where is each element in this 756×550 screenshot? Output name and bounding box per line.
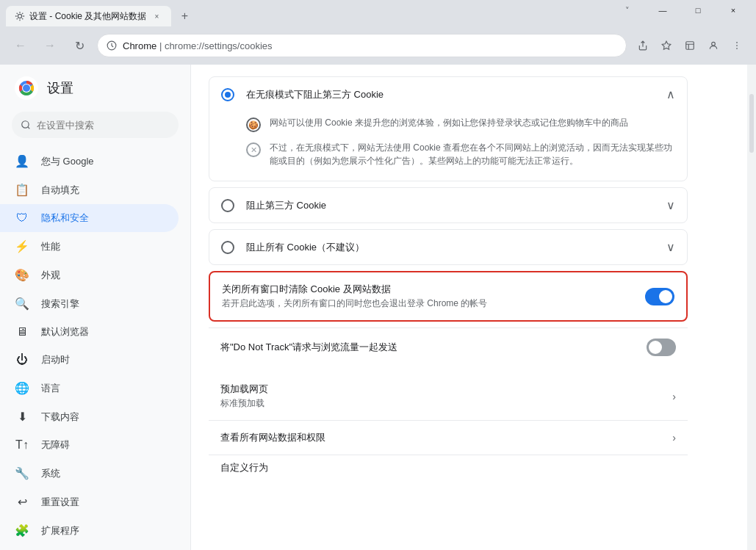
window-close-button[interactable]: × [716,0,750,22]
omnibox[interactable]: Chrome | chrome://settings/cookies [97,34,627,57]
toggle-knob-clear_on_close [659,290,672,303]
svg-point-3 [712,42,716,46]
radio-chevron-up: ∧ [666,87,675,101]
link-row-site_data[interactable]: 查看所有网站数据和权限 › [209,421,688,455]
sidebar-item-accessibility[interactable]: T↑ 无障碍 [0,431,179,459]
sidebar-label-search: 搜索引擎 [41,297,79,311]
sidebar-item-system[interactable]: 🔧 系统 [0,459,179,488]
url-site: Chrome [123,40,156,51]
new-tab-button[interactable]: + [174,6,195,26]
scrollbar[interactable] [747,65,756,550]
sub-item: ✕ 不过，在无痕模式下，网站无法使用 Cookie 查看您在各个不同网站上的浏览… [246,137,675,172]
radio-chevron-down: ∨ [666,198,675,212]
sub-text: 不过，在无痕模式下，网站无法使用 Cookie 查看您在各个不同网站上的浏览活动… [270,141,675,167]
sidebar-item-browser[interactable]: 🖥 默认浏览器 [0,318,179,346]
radio-dot-block_third_party [221,199,234,212]
active-tab[interactable]: 设置 - Cookie 及其他网站数据 × [6,6,171,26]
link-title-site_data: 查看所有网站数据和权限 [220,431,660,444]
sidebar-label-system: 系统 [41,467,60,480]
radio-fill [225,92,231,98]
svg-point-10 [23,84,30,92]
url-path: chrome://settings/cookies [165,40,273,51]
reading-list-button[interactable] [680,35,700,56]
section-title: 自定义行为 [209,455,688,480]
window-maximize-button[interactable]: □ [681,0,715,22]
sidebar-label-reset: 重置设置 [41,496,79,509]
sidebar-nav: 👤 您与 Google 📋 自动填充 🛡 隐私和安全 ⚡ 性能 🎨 外观 🔍 搜… [0,147,190,545]
radio-chevron-down: ∨ [666,240,675,254]
sidebar-label-language: 语言 [41,382,60,395]
sidebar-item-appearance[interactable]: 🎨 外观 [0,261,179,289]
search-box[interactable] [12,112,179,138]
sidebar-label-accessibility: 无障碍 [41,438,70,452]
share-button[interactable] [633,35,653,56]
scroll-thumb[interactable] [749,94,754,153]
sidebar-icon-google: 👤 [15,154,29,168]
sidebar-label-autofill: 自动填充 [41,184,79,197]
chrome-logo [15,76,38,100]
settings-header: 设置 [0,65,190,112]
more-menu-button[interactable] [727,35,747,56]
window-minimize-button[interactable]: — [646,0,680,22]
tab-area: 设置 - Cookie 及其他网站数据 × + [6,0,611,26]
radio-header-block_all[interactable]: 阻止所有 Cookie（不建议） ∨ [209,229,688,265]
radio-header-block_third_party[interactable]: 阻止第三方 Cookie ∨ [209,187,688,223]
link-arrow-site_data: › [672,432,676,444]
reload-button[interactable]: ↻ [68,34,91,57]
sub-text: 网站可以使用 Cookie 来提升您的浏览体验，例如让您保持登录状态或记住您购物… [270,116,628,129]
radio-option-block_all[interactable]: 阻止所有 Cookie（不建议） ∨ [209,229,688,265]
bookmark-button[interactable] [656,35,677,56]
url-separator: | [159,40,165,51]
search-icon [21,120,31,130]
sidebar-item-extensions[interactable]: 🧩 扩展程序 [0,516,179,545]
sidebar-icon-browser: 🖥 [15,325,29,339]
search-input[interactable] [37,120,170,131]
sidebar-icon-system: 🔧 [15,466,29,480]
toggle-title-do_not_track: 将"Do Not Track"请求与浏览流量一起发送 [220,341,635,354]
tab-close-button[interactable]: × [151,10,162,22]
sidebar-item-performance[interactable]: ⚡ 性能 [0,232,179,261]
sidebar-label-downloads: 下载内容 [41,410,79,424]
profile-button[interactable] [703,35,724,56]
sidebar-item-language[interactable]: 🌐 语言 [0,374,179,402]
sidebar-item-startup[interactable]: ⏻ 启动时 [0,346,179,374]
link-row-preload[interactable]: 预加载网页 标准预加载 › [209,372,688,421]
toggle-rows-section: 关闭所有窗口时清除 Cookie 及网站数据 若开启此选项，关闭所有窗口的同时您… [209,271,688,366]
radio-title-block_all: 阻止所有 Cookie（不建议） [246,241,655,254]
back-button[interactable]: ← [9,34,32,57]
sidebar-icon-autofill: 📋 [15,183,29,197]
toggle-content-clear_on_close: 关闭所有窗口时清除 Cookie 及网站数据 若开启此选项，关闭所有窗口的同时您… [222,283,633,310]
forward-button[interactable]: → [38,34,62,57]
radio-option-block_third_party[interactable]: 阻止第三方 Cookie ∨ [209,187,688,223]
content-area: 在无痕模式下阻止第三方 Cookie ∧ 🍪 网站可以使用 Cookie 来提升… [191,65,747,550]
sidebar-item-downloads[interactable]: ⬇ 下载内容 [0,402,179,431]
sidebar-item-privacy[interactable]: 🛡 隐私和安全 [0,204,179,232]
window-minimize-chevron[interactable]: ˅ [611,0,644,22]
settings-title: 设置 [47,79,73,97]
sidebar-icon-search: 🔍 [15,297,29,311]
sidebar-icon-language: 🌐 [15,381,29,395]
toggle-switch-clear_on_close[interactable] [645,288,674,305]
sidebar-label-startup: 启动时 [41,353,70,366]
toggle-subtitle-clear_on_close: 若开启此选项，关闭所有窗口的同时您也会退出登录 Chrome 的帐号 [222,297,633,310]
link-arrow-preload: › [672,391,676,402]
svg-point-4 [736,42,738,43]
radio-option-incognito_block[interactable]: 在无痕模式下阻止第三方 Cookie ∧ 🍪 网站可以使用 Cookie 来提升… [209,76,688,181]
sidebar-item-search[interactable]: 🔍 搜索引擎 [0,289,179,318]
sidebar-item-google[interactable]: 👤 您与 Google [0,147,179,176]
cookie-policy-section: 在无痕模式下阻止第三方 Cookie ∧ 🍪 网站可以使用 Cookie 来提升… [209,76,688,265]
link-rows-section: 预加载网页 标准预加载 › 查看所有网站数据和权限 › [209,372,688,455]
link-title-preload: 预加载网页 [220,383,660,396]
toggle-row-do_not_track: 将"Do Not Track"请求与浏览流量一起发送 [209,328,688,366]
url-display: Chrome | chrome://settings/cookies [123,40,617,51]
sidebar-item-autofill[interactable]: 📋 自动填充 [0,176,179,204]
sidebar-item-reset[interactable]: ↩ 重置设置 [0,488,179,516]
sidebar: 设置 👤 您与 Google 📋 自动填充 🛡 隐私和安全 ⚡ 性能 🎨 外观 … [0,65,191,550]
link-content-preload: 预加载网页 标准预加载 [220,383,660,410]
toggle-switch-do_not_track[interactable] [647,339,676,356]
radio-dot-incognito_block [221,88,234,101]
sidebar-icon-appearance: 🎨 [15,268,29,282]
radio-header-incognito_block[interactable]: 在无痕模式下阻止第三方 Cookie ∧ [209,77,687,112]
toggle-knob-do_not_track [649,341,662,354]
sidebar-label-google: 您与 Google [41,155,94,168]
